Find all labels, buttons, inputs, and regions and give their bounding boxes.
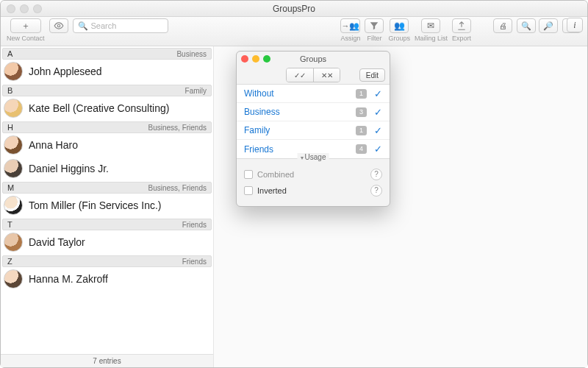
mailing-list-button[interactable]: ✉︎	[421, 18, 440, 33]
filter-label: Filter	[367, 35, 381, 42]
assign-button[interactable]: →👥	[340, 18, 360, 33]
toolbar: ＋ New Contact 🔍 Search →👥 Assign	[1, 17, 587, 46]
check-icon[interactable]: ✓	[374, 125, 382, 136]
filter-button[interactable]	[365, 18, 384, 33]
avatar	[4, 99, 23, 118]
contacts-pane: ABusinessJohn AppleseedBFamilyKate Bell …	[1, 46, 214, 367]
section-letter: M	[7, 183, 14, 192]
printer-icon: 🖨︎	[499, 21, 507, 30]
select-all-button[interactable]: ✓✓	[287, 68, 313, 82]
contact-row[interactable]: John Appleseed	[2, 60, 212, 83]
select-none-button[interactable]: ✕✕	[313, 68, 340, 82]
avatar	[4, 196, 23, 215]
contact-name: Anna Haro	[29, 139, 78, 151]
zoom-out-button[interactable]: 🔍	[517, 18, 536, 33]
quicklook-button[interactable]	[49, 18, 68, 33]
contact-row[interactable]: Tom Miller (Fin Services Inc.)	[2, 194, 212, 217]
section-letter: Z	[7, 257, 12, 266]
group-count-badge: 3	[356, 107, 367, 117]
contact-name: Tom Miller (Fin Services Inc.)	[29, 199, 161, 211]
avatar	[4, 135, 23, 155]
avatar	[4, 62, 23, 81]
section-letter: T	[7, 220, 12, 229]
section-tag: Business	[176, 50, 207, 58]
section-tag: Business, Friends	[148, 124, 207, 132]
mailing-list-label: Mailing List	[415, 35, 448, 42]
envelope-icon: ✉︎	[427, 21, 434, 31]
section-header: MBusiness, Friends	[2, 182, 212, 194]
new-contact-label: New Contact	[7, 35, 45, 42]
funnel-icon	[369, 21, 379, 31]
main-titlebar: GroupsPro	[1, 1, 587, 17]
assign-icon: →👥	[341, 21, 359, 31]
svg-point-0	[57, 24, 60, 27]
print-button[interactable]: 🖨︎	[493, 18, 512, 33]
groups-icon: 👥	[394, 21, 405, 31]
contact-name: Kate Bell (Creative Consulting)	[29, 102, 169, 114]
combined-label: Combined	[257, 170, 294, 179]
zoom-in-button[interactable]: 🔎	[539, 18, 558, 33]
contact-row[interactable]: Anna Haro	[2, 133, 212, 157]
contact-name: John Appleseed	[29, 66, 102, 77]
section-header: HBusiness, Friends	[2, 121, 212, 133]
group-name: Without	[244, 88, 356, 99]
help-icon[interactable]: ?	[370, 185, 382, 197]
section-letter: A	[7, 49, 12, 58]
search-icon: 🔍	[78, 21, 88, 31]
section-header: BFamily	[2, 85, 212, 96]
combined-row: Combined ?	[244, 166, 382, 183]
zoom-out-icon: 🔍	[521, 21, 531, 31]
assign-label: Assign	[340, 35, 360, 42]
groups-list: Without1✓Business3✓Family1✓Friends4✓	[237, 84, 390, 159]
footer-status: 7 entries	[1, 354, 213, 367]
check-icon[interactable]: ✓	[374, 107, 382, 118]
inverted-checkbox[interactable]	[244, 186, 253, 195]
new-contact-button[interactable]: ＋	[10, 18, 41, 33]
contact-row[interactable]: David Taylor	[2, 230, 212, 254]
help-icon[interactable]: ?	[370, 169, 382, 180]
groups-panel: Groups ✓✓ ✕✕ Edit Without1✓Business3✓Fam…	[236, 51, 390, 207]
info-button[interactable]: i	[567, 18, 583, 32]
section-tag: Family	[185, 87, 207, 95]
group-count-badge: 4	[356, 144, 367, 154]
inverted-label: Inverted	[257, 186, 287, 195]
group-name: Family	[244, 125, 356, 135]
section-tag: Friends	[182, 258, 207, 266]
group-count-badge: 1	[356, 89, 367, 99]
group-count-badge: 1	[356, 126, 367, 135]
combined-checkbox[interactable]	[244, 170, 253, 179]
main-window: GroupsPro i ＋ New Contact 🔍 Search →👥	[0, 0, 588, 368]
section-tag: Friends	[182, 221, 207, 229]
usage-label: Usage	[298, 153, 329, 161]
edit-button[interactable]: Edit	[359, 68, 385, 82]
export-button[interactable]	[452, 18, 471, 33]
groups-titlebar: Groups	[237, 52, 390, 66]
search-placeholder: Search	[91, 21, 117, 30]
contact-row[interactable]: Daniel Higgins Jr.	[2, 157, 212, 180]
search-input[interactable]: 🔍 Search	[73, 18, 168, 33]
contact-name: Hanna M. Zakroff	[29, 273, 108, 285]
contact-row[interactable]: Hanna M. Zakroff	[2, 267, 212, 291]
check-icon[interactable]: ✓	[374, 144, 382, 155]
avatar	[4, 233, 23, 252]
group-row[interactable]: Family1✓	[237, 121, 390, 140]
export-icon	[456, 21, 467, 31]
avatar	[4, 269, 23, 289]
select-segment: ✓✓ ✕✕	[286, 68, 340, 82]
group-row[interactable]: Without1✓	[237, 85, 390, 103]
contact-row[interactable]: Kate Bell (Creative Consulting)	[2, 96, 212, 120]
groups-button[interactable]: 👥	[390, 18, 409, 33]
section-letter: B	[7, 86, 12, 95]
zoom-in-icon: 🔎	[543, 21, 553, 31]
group-name: Business	[244, 107, 356, 117]
inverted-row: Inverted ?	[244, 183, 382, 199]
contact-name: Daniel Higgins Jr.	[29, 163, 109, 174]
section-header: ABusiness	[2, 48, 212, 60]
groups-title: Groups	[237, 54, 390, 63]
avatar	[4, 159, 23, 178]
group-row[interactable]: Business3✓	[237, 103, 390, 121]
check-icon[interactable]: ✓	[374, 88, 382, 99]
groups-label: Groups	[388, 35, 410, 42]
section-header: TFriends	[2, 219, 212, 230]
detail-pane: Groups ✓✓ ✕✕ Edit Without1✓Business3✓Fam…	[214, 46, 587, 367]
